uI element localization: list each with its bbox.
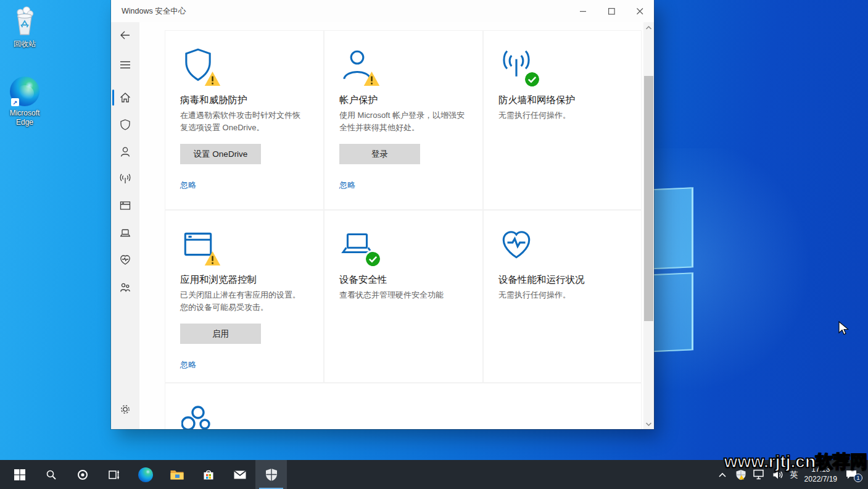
sidebar-item-firewall-network-protection[interactable] <box>114 168 136 190</box>
card-title: 应用和浏览器控制 <box>180 274 306 286</box>
gear-icon <box>119 403 131 416</box>
sidebar-item-home[interactable] <box>114 86 136 109</box>
card-title: 病毒和威胁防护 <box>180 94 306 106</box>
sidebar <box>111 22 139 429</box>
ignore-link[interactable]: 忽略 <box>180 359 196 370</box>
card-family-options-partial[interactable] <box>165 383 642 429</box>
tray-date: 2022/7/19 <box>804 475 837 485</box>
minimize-button[interactable] <box>569 0 597 22</box>
sidebar-item-account-protection[interactable] <box>114 141 136 163</box>
warning-badge-icon <box>363 71 380 86</box>
family-options-icon <box>181 404 213 429</box>
browser-window-icon <box>119 199 131 212</box>
desktop-icon-label: Microsoft Edge <box>1 109 48 127</box>
mouse-cursor <box>838 321 850 336</box>
sidebar-item-virus-threat-protection[interactable] <box>114 114 136 136</box>
ok-badge-icon <box>366 252 380 266</box>
ignore-link[interactable]: 忽略 <box>339 180 355 191</box>
notification-badge: 1 <box>854 474 862 482</box>
windows-security-shield-icon <box>265 468 278 482</box>
warning-badge-icon <box>204 71 221 86</box>
chevron-up-icon <box>646 26 651 30</box>
recycle-bin-icon <box>1 5 48 37</box>
card-app-browser-control[interactable]: 应用和浏览器控制 已关闭阻止潜在有害应用的设置。您的设备可能易受攻击。 启用 忽… <box>165 210 324 383</box>
chevron-down-icon <box>646 422 651 426</box>
maximize-button[interactable] <box>597 0 626 22</box>
person-icon <box>119 146 131 158</box>
card-firewall-network-protection[interactable]: 防火墙和网络保护 无需执行任何操作。 <box>483 30 642 210</box>
warning-badge-icon <box>204 251 221 266</box>
search-icon <box>46 469 57 480</box>
taskbar-mail-button[interactable] <box>224 460 255 489</box>
watermark: www.rjtj.cn软荐网 <box>724 450 867 474</box>
scroll-down-button[interactable] <box>643 419 654 429</box>
mail-icon <box>233 469 247 480</box>
edge-icon: ↗ <box>1 74 48 106</box>
file-explorer-icon <box>170 469 184 481</box>
back-arrow-icon <box>119 29 131 41</box>
task-view-icon <box>108 469 120 480</box>
start-button[interactable] <box>4 460 35 489</box>
scrollbar-thumb[interactable] <box>644 76 653 321</box>
taskbar-edge-button[interactable] <box>130 460 161 489</box>
window-titlebar: Windows 安全中心 <box>111 0 654 22</box>
scrollbar[interactable] <box>643 22 654 429</box>
card-description: 使用 Microsoft 帐户登录，以增强安全性并获得其他好处。 <box>339 109 465 134</box>
sign-in-button[interactable]: 登录 <box>339 144 420 164</box>
card-title: 帐户保护 <box>339 94 465 106</box>
maximize-icon <box>608 8 615 15</box>
menu-button[interactable] <box>114 54 136 76</box>
card-description: 已关闭阻止潜在有害应用的设置。您的设备可能易受攻击。 <box>180 289 306 314</box>
cortana-icon <box>76 469 89 481</box>
windows-security-window: Windows 安全中心 <box>111 0 654 429</box>
microsoft-store-icon <box>202 469 215 481</box>
sidebar-item-app-browser-control[interactable] <box>114 194 136 217</box>
edge-icon <box>138 467 153 482</box>
card-description: 无需执行任何操作。 <box>498 109 624 122</box>
taskbar-task-view-button[interactable] <box>98 460 130 489</box>
desktop-icon-microsoft-edge[interactable]: ↗ Microsoft Edge <box>1 74 48 127</box>
home-icon <box>119 91 131 104</box>
card-virus-threat-protection[interactable]: 病毒和威胁防护 在遭遇勒索软件攻击时针对文件恢复选项设置 OneDrive。 设… <box>165 30 324 210</box>
card-device-security[interactable]: 设备安全性 查看状态并管理硬件安全功能 <box>324 210 483 383</box>
minimize-icon <box>580 8 587 15</box>
desktop-icon-label: 回收站 <box>1 40 48 49</box>
setup-onedrive-button[interactable]: 设置 OneDrive <box>180 144 261 164</box>
ignore-link[interactable]: 忽略 <box>180 180 196 191</box>
card-description: 无需执行任何操作。 <box>498 289 624 301</box>
card-device-performance-health[interactable]: 设备性能和运行状况 无需执行任何操作。 <box>483 210 642 383</box>
heart-icon <box>119 254 131 266</box>
card-title: 设备安全性 <box>339 274 465 286</box>
ok-badge-icon <box>525 72 539 86</box>
heart-pulse-icon <box>498 227 534 262</box>
sidebar-item-settings[interactable] <box>114 398 136 420</box>
card-account-protection[interactable]: 帐户保护 使用 Microsoft 帐户登录，以增强安全性并获得其他好处。 登录… <box>324 30 483 210</box>
sidebar-item-family-options[interactable] <box>114 277 136 299</box>
taskbar-store-button[interactable] <box>192 460 224 489</box>
sidebar-item-device-performance-health[interactable] <box>114 249 136 271</box>
back-button[interactable] <box>114 24 136 46</box>
sidebar-item-device-security[interactable] <box>114 222 136 244</box>
card-title: 设备性能和运行状况 <box>498 274 624 286</box>
taskbar-windows-security-button[interactable] <box>255 460 287 489</box>
taskbar-cortana-button[interactable] <box>67 460 98 489</box>
card-title: 防火墙和网络保护 <box>498 94 624 106</box>
enable-button[interactable]: 启用 <box>180 324 261 344</box>
family-icon <box>119 282 131 294</box>
scroll-up-button[interactable] <box>643 22 654 33</box>
desktop-icon-recycle-bin[interactable]: 回收站 <box>1 5 48 49</box>
card-description: 查看状态并管理硬件安全功能 <box>339 289 465 301</box>
close-icon <box>637 8 643 15</box>
wireless-icon <box>119 173 131 185</box>
close-button[interactable] <box>626 0 654 22</box>
taskbar-search-button[interactable] <box>35 460 67 489</box>
shield-icon <box>119 119 131 131</box>
taskbar-file-explorer-button[interactable] <box>161 460 192 489</box>
security-home-content: 病毒和威胁防护 在遭遇勒索软件攻击时针对文件恢复选项设置 OneDrive。 设… <box>139 22 654 429</box>
desktop: 回收站 ↗ Microsoft Edge Windows 安全中心 <box>0 0 868 489</box>
card-description: 在遭遇勒索软件攻击时针对文件恢复选项设置 OneDrive。 <box>180 109 306 134</box>
windows-logo-icon <box>14 469 25 480</box>
window-title: Windows 安全中心 <box>111 6 569 17</box>
shortcut-arrow-icon: ↗ <box>11 98 19 106</box>
hamburger-menu-icon <box>120 61 131 69</box>
